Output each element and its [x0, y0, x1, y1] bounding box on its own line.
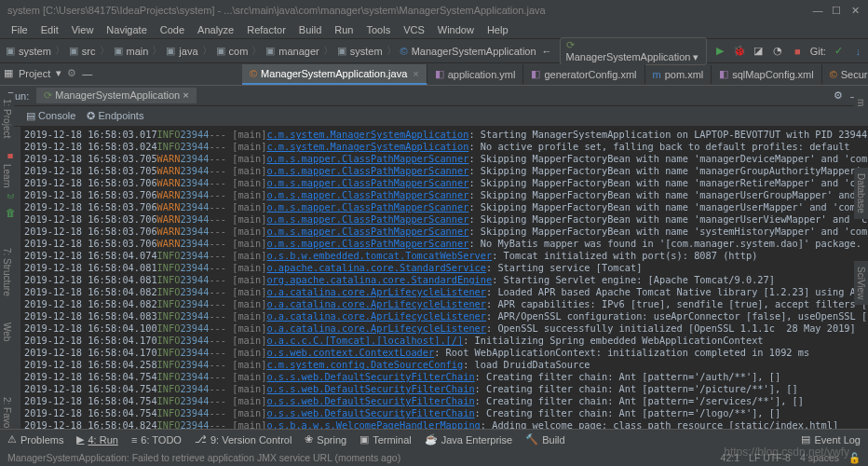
hide-icon[interactable]: — — [82, 68, 92, 79]
nav-bar: ▣ system〉 ▣src〉 ▣main〉 ▣java〉 ▣com〉 ▣man… — [0, 39, 868, 63]
maximize-icon[interactable]: ☐ — [831, 5, 842, 16]
menu-window[interactable]: Window — [432, 22, 480, 37]
side-web[interactable]: Web — [0, 317, 14, 347]
bottom-javaee[interactable]: ☕ Java Enterprise — [425, 433, 512, 445]
back-icon[interactable]: ← — [540, 44, 554, 59]
close-tab-icon[interactable]: × — [413, 68, 418, 79]
bottom-todo[interactable]: ≡ 6: TODO — [131, 434, 182, 445]
menu-build[interactable]: Build — [293, 22, 327, 37]
run-sub-tabs: ▤ Console ✪ Endpoints — [0, 106, 868, 127]
coverage-icon[interactable]: ◪ — [752, 44, 766, 59]
console-output[interactable]: 2019-12-18 16:58:03.017 INFO 23944 --- [… — [20, 127, 868, 434]
menu-navigate[interactable]: Navigate — [101, 22, 152, 37]
stop-icon[interactable]: ■ — [791, 44, 805, 59]
folder-icon: ▣ — [6, 45, 15, 57]
menu-file[interactable]: File — [6, 22, 34, 37]
gear-icon[interactable]: ⚙ — [834, 89, 843, 102]
menu-refactor[interactable]: Refactor — [241, 22, 292, 37]
tab-pom[interactable]: mpom.xml — [645, 65, 712, 84]
delete-icon[interactable]: 🗑 — [6, 207, 16, 218]
side-maven[interactable]: m — [854, 93, 868, 112]
bottom-vcs[interactable]: ⎇ 9: Version Control — [195, 433, 292, 445]
side-learn[interactable]: Learn — [0, 158, 14, 194]
run-tool-header: Run: ⟳ ManagerSystemApplication × ⚙ — — [0, 86, 868, 106]
bottom-build[interactable]: 🔨 Build — [525, 433, 564, 445]
endpoints-tab[interactable]: Endpoints — [98, 110, 143, 121]
breadcrumb[interactable]: ▣ system〉 ▣src〉 ▣main〉 ▣java〉 ▣com〉 ▣man… — [6, 44, 536, 58]
console-area: ↻ ■ ⤓ ⎙ 🗑 2019-12-18 16:58:03.017 INFO 2… — [0, 127, 868, 434]
run-icon[interactable]: ▶ — [712, 44, 726, 59]
tab-security[interactable]: ©SecurityConfig.java — [822, 65, 868, 84]
gear-icon[interactable]: ⚙ — [67, 67, 76, 79]
menu-edit[interactable]: Edit — [35, 22, 64, 37]
lock-icon[interactable]: 🔓 — [848, 452, 861, 464]
minimize-icon[interactable]: — — [812, 5, 823, 16]
debug-icon[interactable]: 🐞 — [732, 44, 746, 59]
watermark: https://blog.csdn.net/ywfy — [724, 445, 849, 459]
menu-tools[interactable]: Tools — [360, 22, 396, 37]
bottom-eventlog[interactable]: ▤ Event Log — [801, 433, 861, 445]
git-commit-icon[interactable]: ✓ — [832, 44, 846, 59]
window-title: system [C:\Users\84175\IdeaProjects\syst… — [7, 5, 812, 16]
profile-icon[interactable]: ◔ — [771, 44, 785, 59]
menu-help[interactable]: Help — [481, 22, 514, 37]
tab-application-yml[interactable]: ◧application.yml — [427, 64, 524, 84]
run-config-selector[interactable]: ⟳ ManagerSystemApplication ▾ — [560, 37, 708, 65]
project-tool-label[interactable]: ▦Project▾ ⚙ — — [4, 67, 92, 79]
bottom-spring[interactable]: ❀ Spring — [305, 433, 346, 445]
tab-manager-app[interactable]: ©ManagerSystemApplication.java× — [242, 64, 427, 85]
git-pull-icon[interactable]: ↓ — [851, 44, 865, 59]
run-tab[interactable]: ⟳ ManagerSystemApplication × — [36, 88, 196, 103]
bottom-problems[interactable]: ⚠ Problems — [7, 433, 63, 445]
menu-code[interactable]: Code — [155, 22, 190, 37]
status-message: ManagerSystemApplication: Failed to retr… — [7, 452, 400, 463]
console-tab[interactable]: Console — [38, 110, 75, 121]
tab-sqlmap[interactable]: ◧sqlMapConfig.xml — [712, 64, 821, 84]
editor-tabs: ©ManagerSystemApplication.java× ◧applica… — [0, 63, 868, 86]
menu-run[interactable]: Run — [329, 22, 359, 37]
menu-vcs[interactable]: VCS — [398, 22, 430, 37]
git-label: Git: — [810, 46, 826, 57]
bottom-terminal[interactable]: ▣ Terminal — [359, 433, 412, 445]
side-database[interactable]: Database — [854, 168, 868, 219]
menu-view[interactable]: View — [66, 22, 100, 37]
side-project[interactable]: 1: Project — [0, 93, 14, 144]
close-icon[interactable]: ✕ — [849, 5, 861, 16]
side-structure[interactable]: 7: Structure — [0, 242, 14, 302]
title-bar: system [C:\Users\84175\IdeaProjects\syst… — [0, 0, 868, 21]
side-sciview[interactable]: SciView — [854, 261, 868, 305]
tab-generator-config[interactable]: ◧generatorConfig.xml — [523, 64, 644, 84]
menu-analyze[interactable]: Analyze — [192, 22, 239, 37]
bottom-run[interactable]: ▶ 4: Run — [76, 433, 117, 445]
close-tab-icon[interactable]: × — [183, 89, 188, 101]
